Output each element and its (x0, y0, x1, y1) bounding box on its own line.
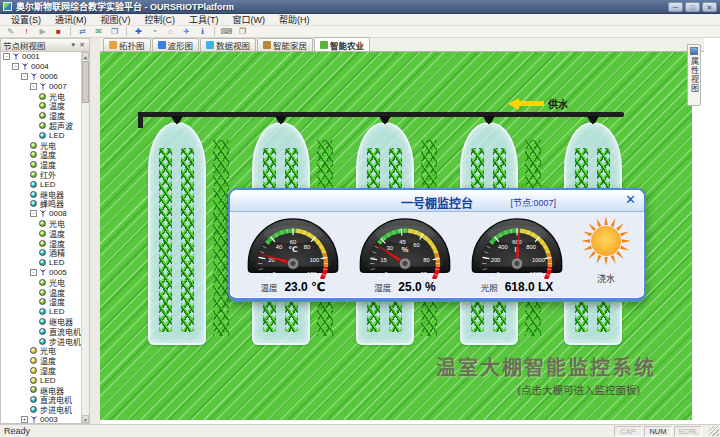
supply-label: 供水 (548, 96, 568, 111)
menu-item-2[interactable]: 视图(V) (94, 13, 138, 26)
menu-item-1[interactable]: 通讯(M) (48, 13, 94, 26)
pin-icon[interactable]: ▾ (70, 41, 78, 49)
greenhouse-tunnel-1[interactable] (148, 122, 206, 345)
tree-item-23-leaf[interactable]: 光电 (1, 277, 81, 287)
tree-item-21-leaf[interactable]: LED (1, 258, 81, 268)
scroll-up-icon[interactable]: ▲ (82, 52, 89, 60)
tree-item-2-node-0006[interactable]: -0006 (1, 72, 81, 82)
svg-text:0: 0 (272, 271, 275, 277)
stop-icon[interactable]: ■ (52, 26, 65, 37)
tree-item-22-node-0005[interactable]: -0005 (1, 268, 81, 278)
clock-icon[interactable]: ◔ (148, 26, 161, 37)
tree-item-36-leaf[interactable]: 步进电机 (1, 405, 81, 415)
tree-item-label: LED (49, 131, 65, 140)
tab-topology[interactable]: 拓扑图 (103, 38, 151, 51)
tree-item-5-leaf[interactable]: 温度 (1, 101, 81, 111)
tree-item-32-leaf[interactable]: 湿度 (1, 366, 81, 376)
sun-icon[interactable] (582, 217, 630, 269)
tree-item-25-leaf[interactable]: 湿度 (1, 297, 81, 307)
expander-icon[interactable]: - (30, 83, 37, 90)
tree-item-18-leaf[interactable]: 温度 (1, 228, 81, 238)
dialog-close-icon[interactable]: ✕ (625, 193, 636, 207)
expander-icon[interactable]: + (21, 416, 28, 423)
scene-headline: 温室大棚智能监控系统 (436, 352, 656, 381)
tree-item-17-leaf[interactable]: 光电 (1, 219, 81, 229)
tab-waveform[interactable]: 波形图 (152, 38, 200, 51)
expander-icon[interactable]: - (21, 73, 28, 80)
toolbar-separator (214, 27, 215, 36)
watering-control[interactable]: 浇水 (578, 215, 634, 285)
title-bar[interactable]: 奥尔斯物联网综合教学实验平台 - OURSRIOTPlatform ─ □ ✕ (0, 0, 720, 14)
expander-icon[interactable]: - (30, 269, 37, 276)
mail-icon[interactable]: ✉ (92, 26, 105, 37)
properties-icon (690, 47, 698, 55)
tree-item-20-leaf[interactable]: 酒精 (1, 248, 81, 258)
tree-panel-title: 节点树视图 (3, 39, 70, 51)
menu-item-4[interactable]: 工具(T) (182, 13, 226, 26)
home-icon[interactable]: ⌂ (164, 26, 177, 37)
svg-text:100: 100 (310, 257, 320, 263)
anchor-icon[interactable]: ✚ (132, 26, 145, 37)
water-supply-indicator: 供水 (508, 96, 568, 111)
tree-item-12-leaf[interactable]: 红外 (1, 170, 81, 180)
tree-item-label: 红外 (40, 169, 56, 180)
tree-item-37-node-0003[interactable]: +0003 (1, 414, 81, 423)
dialog-body: 020406080100120℃温度23.0 ℃ 0153045608095%湿… (230, 212, 644, 294)
tree-item-4-leaf[interactable]: 光电 (1, 91, 81, 101)
menu-item-5[interactable]: 窗口(W) (226, 13, 273, 26)
tree-scrollbar[interactable]: ▲ ▼ (81, 52, 89, 423)
expander-icon[interactable]: - (3, 53, 10, 60)
panel-close-icon[interactable]: ✕ (77, 41, 87, 49)
expander-icon[interactable]: - (12, 63, 19, 70)
tree-item-label: 酒精 (49, 247, 65, 258)
side-tab-label: 属性视图 (689, 57, 700, 93)
edit-icon[interactable]: ✎ (4, 26, 17, 37)
tab-agriculture[interactable]: 智能农业 (314, 37, 370, 51)
tree-item-label: 0005 (49, 268, 67, 277)
plane-icon[interactable]: ✈ (180, 26, 193, 37)
resize-grip[interactable] (709, 426, 719, 436)
tree-item-7-leaf[interactable]: 超声波 (1, 121, 81, 131)
tree-item-1-node-0004[interactable]: -0004 (1, 62, 81, 72)
tree-item-3-node-0007[interactable]: -0007 (1, 81, 81, 91)
greenhouse-field[interactable]: 供水 温室大棚智能监控系统 (点击大棚可进入监控面板) 一号棚监控台 [节点:0… (100, 52, 692, 420)
tree-item-label: 0007 (49, 82, 67, 91)
minimize-button[interactable]: ─ (668, 2, 683, 12)
svg-text:800: 800 (526, 244, 536, 250)
maximize-button[interactable]: □ (685, 2, 700, 12)
sensor-bulb-icon (30, 151, 37, 158)
lightning-icon[interactable]: ! (20, 26, 33, 37)
close-button[interactable]: ✕ (702, 2, 717, 12)
gauge-value: 25.0 % (398, 280, 435, 294)
tree-item-16-node-0008[interactable]: -0008 (1, 209, 81, 219)
svg-text:%: % (402, 245, 409, 254)
sensor-bulb-icon (39, 230, 46, 237)
tab-smarthome[interactable]: 智能家居 (257, 38, 313, 51)
expander-icon[interactable]: - (30, 210, 37, 217)
tree-item-0-node-0001[interactable]: -0001 (1, 52, 81, 62)
panel-splitter[interactable] (90, 38, 100, 424)
svg-text:15: 15 (380, 257, 386, 263)
side-tab-properties[interactable]: 属性视图 (687, 44, 701, 106)
play-icon[interactable]: ▶ (36, 26, 49, 37)
info-icon[interactable]: ℹ (196, 26, 209, 37)
window-icon[interactable]: ❒ (108, 26, 121, 37)
menu-item-3[interactable]: 控制(C) (138, 13, 183, 26)
menu-item-6[interactable]: 帮助(H) (272, 13, 317, 26)
svg-text:0: 0 (384, 271, 387, 277)
exit-icon[interactable]: ❐ (236, 26, 249, 37)
tab-dataview[interactable]: 数据视图 (200, 38, 256, 51)
sensor-bulb-icon (30, 142, 37, 149)
agriculture-icon (320, 41, 328, 49)
split-window-icon[interactable]: ⇄ (76, 26, 89, 37)
gauge-value: 618.0 LX (505, 280, 554, 294)
menu-item-0[interactable]: 设置(S) (4, 13, 48, 26)
scroll-down-icon[interactable]: ▼ (82, 415, 89, 423)
dialog-header[interactable]: 一号棚监控台 [节点:0007] ✕ (230, 190, 644, 212)
tree-item-24-leaf[interactable]: 温度 (1, 287, 81, 297)
scroll-thumb[interactable] (82, 61, 89, 103)
keyboard-icon[interactable]: ⌨ (220, 26, 233, 37)
tree-item-19-leaf[interactable]: 湿度 (1, 238, 81, 248)
tab-strip: 拓扑图波形图数据视图智能家居智能农业 (100, 38, 704, 52)
tree-item-15-leaf[interactable]: 蜂鸣器 (1, 199, 81, 209)
